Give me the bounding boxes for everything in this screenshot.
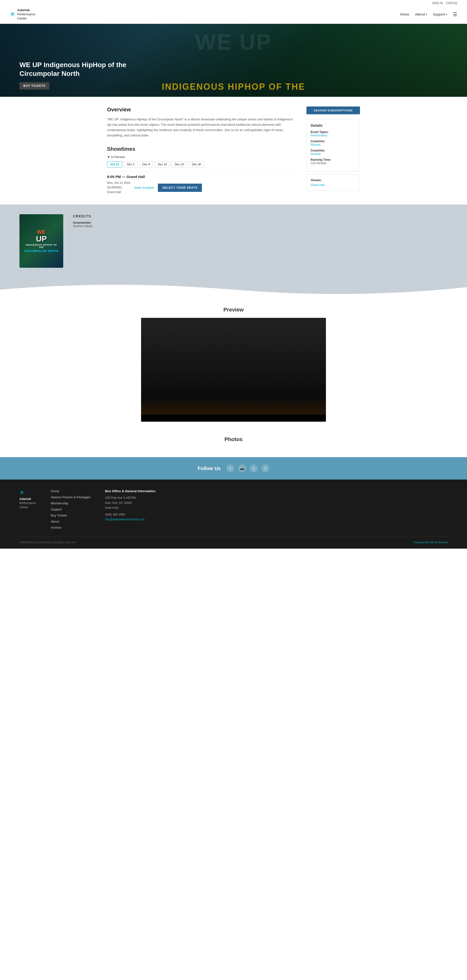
footer-bottom: ©2023 Asterisk Eventorama, All rights re… <box>19 537 448 544</box>
overview-section: Overview "WE UP: Indigenous HipHop of th… <box>107 107 297 138</box>
countries-value: Nunavit <box>311 143 356 146</box>
showtime-time: 8:00 PM — Grand Hall <box>107 175 297 179</box>
running-time-label: Running Time: <box>311 158 356 161</box>
footer: ✳ Asterisk Performance Center Home Seaso… <box>0 480 467 549</box>
sidebar: SEASON SUBSCRIPTIONS Details Event Types… <box>306 107 360 195</box>
instagram-icon[interactable]: 📷 <box>238 465 246 472</box>
nav-attend[interactable]: Attend <box>415 13 427 16</box>
venues-value: Grand Hall <box>311 183 356 187</box>
footer-contact-title: Box Office & General Information: <box>105 489 156 493</box>
date-tab-dec2[interactable]: Dec 2 <box>124 161 138 167</box>
venues-label: Venues: <box>311 178 356 182</box>
event-types-label: Event Types: <box>311 130 356 134</box>
footer-contact: Box Office & General Information: 228 Pa… <box>105 489 156 530</box>
countries-item: Countries: Nunavit <box>311 140 356 146</box>
date-tab-dec23[interactable]: Dec 23 <box>172 161 187 167</box>
date-tab-dec16[interactable]: Dec 16 <box>155 161 170 167</box>
footer-link-season-passes[interactable]: Season Passes & Packages <box>51 495 91 499</box>
footer-link-support[interactable]: Support <box>51 508 91 511</box>
cart-link[interactable]: CART(0) <box>446 2 457 5</box>
footer-content: ✳ Asterisk Performance Center Home Seaso… <box>19 489 448 530</box>
main-content: Overview "WE UP: Indigenous HipHop of th… <box>88 97 379 205</box>
footer-link-buy-tickets[interactable]: Buy Tickets <box>51 514 91 517</box>
select-seats-button[interactable]: SELECT YOUR SEATS <box>158 184 202 192</box>
screenwriter-value: Northern Beats <box>73 224 448 228</box>
logo-icon: ✳ <box>10 11 15 18</box>
top-bar: SIGN IN CART(0) <box>0 0 467 6</box>
main-nav: Home Attend Support ☰ <box>400 11 457 17</box>
twitter-icon[interactable]: 𝕏 <box>250 465 258 472</box>
countries-label: Countries: <box>311 140 356 143</box>
event-types-value: Performance <box>311 134 356 137</box>
showtime-entry: 8:00 PM — Grand Hall Mon, Oct 21 2024 08… <box>107 172 297 195</box>
credits-poster-inner: WE UP Indigenous HipHop of the CIRCUMPOL… <box>19 226 63 256</box>
season-subscription-button[interactable]: SEASON SUBSCRIPTIONS <box>306 107 360 114</box>
hero-title-bg: WE UP <box>0 31 467 53</box>
video-container[interactable]: Watch on ▶ YouTube <box>141 318 326 422</box>
running-time-value: 120 minutes <box>311 161 356 165</box>
showtimes-title: Showtimes <box>107 146 297 152</box>
showtime-details: Mon, Oct 21 2024 08:00PM21 Grand Hall Se… <box>107 181 297 195</box>
logo-text: Asterisk Performance Center <box>17 8 35 21</box>
running-time-item: Running Time: 120 minutes <box>311 158 356 165</box>
social-icons: f 📷 𝕏 V <box>226 465 269 472</box>
footer-link-home[interactable]: Home <box>51 489 91 493</box>
screenwriter-label: Screenwriter: <box>73 221 448 224</box>
overview-text: "WE UP: Indigenous HipHop of the Circump… <box>107 117 297 138</box>
credits-title: CREDITS <box>73 214 448 218</box>
seats-available-label: Seats Available <box>134 186 154 189</box>
footer-link-membership[interactable]: Membership <box>51 501 91 505</box>
details-box: Details Event Types: Performance Countri… <box>306 119 360 172</box>
copyright-text: ©2023 Asterisk Eventorama, All rights re… <box>19 541 75 544</box>
date-tab-oct21[interactable]: Oct 21 <box>107 161 122 167</box>
footer-phone: (646) 480-1900 <box>105 512 156 517</box>
countries2-label: Countries: <box>311 149 356 152</box>
hero-title: WE UP Indigenous HipHop of the Circumpol… <box>19 60 141 78</box>
credits-info: CREDITS Screenwriter: Northern Beats <box>73 214 448 228</box>
footer-logo-text: Asterisk Performance Center <box>19 497 36 509</box>
showtimes-section: Showtimes ▼ In-Person Oct 21 Dec 2 Dec 9… <box>107 146 297 195</box>
signin-link[interactable]: SIGN IN <box>432 2 443 5</box>
ticketing-credit[interactable]: Ticketing and Site by Elevent <box>413 541 448 544</box>
showtime-info: Mon, Oct 21 2024 08:00PM21 Grand Hall <box>107 181 130 195</box>
countries2-item: Countries: Nunavit <box>311 149 356 156</box>
nav-support[interactable]: Support <box>433 13 447 16</box>
photos-title: Photos <box>19 436 448 442</box>
venues-box: Venues: Grand Hall <box>306 174 360 191</box>
preview-section: Preview Watch on ▶ YouTube <box>0 297 467 432</box>
vimeo-icon[interactable]: V <box>261 465 269 472</box>
in-person-label: ▼ In-Person <box>107 155 297 159</box>
poster-we: WE <box>23 229 59 235</box>
credits-poster: WE UP Indigenous HipHop of the CIRCUMPOL… <box>19 214 63 268</box>
footer-email[interactable]: info@asteriskeventorama.com <box>105 518 145 521</box>
video-scene <box>141 395 326 414</box>
poster-sub1: Indigenous HipHop of the <box>23 243 59 248</box>
preview-title: Preview <box>19 307 448 313</box>
event-type-item: Event Types: Performance <box>311 130 356 137</box>
footer-link-archive[interactable]: Archive <box>51 526 91 530</box>
footer-logo-icon: ✳ <box>19 489 36 496</box>
countries2-value: Nunavit <box>311 152 356 156</box>
footer-logo: ✳ Asterisk Performance Center <box>19 489 36 530</box>
date-tab-dec30[interactable]: Dec 30 <box>188 161 204 167</box>
content-left: Overview "WE UP: Indigenous HipHop of th… <box>107 107 297 195</box>
nav-home[interactable]: Home <box>400 13 409 16</box>
details-title: Details <box>311 123 356 127</box>
buy-tickets-button[interactable]: BUY TICKETS <box>19 82 49 89</box>
footer-link-about[interactable]: About <box>51 520 91 523</box>
follow-title: Follow Us <box>198 466 221 471</box>
date-tabs: Oct 21 Dec 2 Dec 9 Dec 16 Dec 23 Dec 30 <box>107 161 297 167</box>
poster-circumpolar: CIRCUMPOLAR NORTH <box>23 250 59 252</box>
credits-section: WE UP Indigenous HipHop of the CIRCUMPOL… <box>0 205 467 277</box>
hero-section: WE UP WE UP Indigenous HipHop of the Cir… <box>0 24 467 97</box>
footer-address: 228 Park Ave S #83799,New York, NY 10003… <box>105 495 156 510</box>
wave-divider <box>0 277 467 297</box>
photos-section: Photos <box>0 431 467 457</box>
logo-link[interactable]: ✳ Asterisk Performance Center <box>10 8 35 21</box>
follow-section: Follow Us f 📷 𝕏 V <box>0 457 467 480</box>
hero-content: WE UP Indigenous HipHop of the Circumpol… <box>19 60 141 89</box>
date-tab-dec9[interactable]: Dec 9 <box>139 161 153 167</box>
hamburger-menu[interactable]: ☰ <box>453 11 457 17</box>
facebook-icon[interactable]: f <box>226 465 234 472</box>
poster-up: UP <box>23 235 59 243</box>
